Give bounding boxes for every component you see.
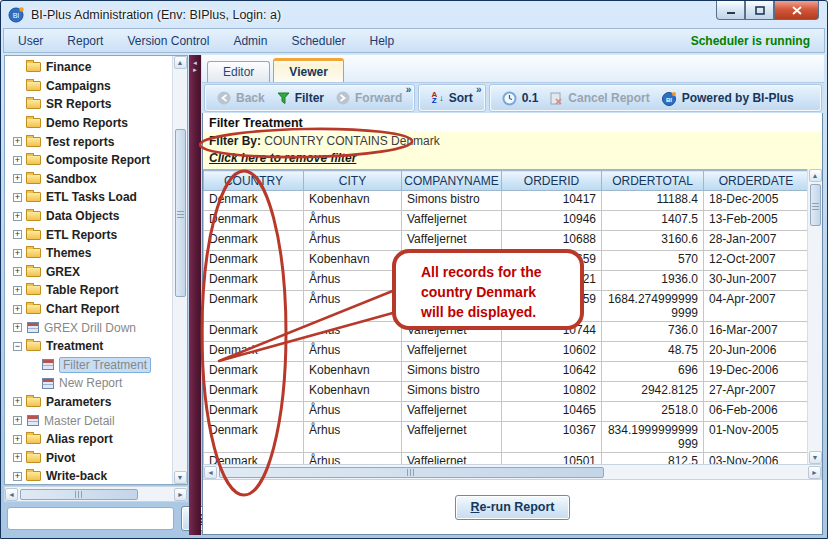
table-row[interactable]: DenmarkKobenhavnSimons bistro1041711188.…: [204, 191, 808, 211]
cancel-report-button[interactable]: Cancel Report: [550, 91, 649, 105]
tree-item-demo-reports[interactable]: Demo Reports: [5, 114, 172, 133]
scroll-down-icon[interactable]: ▼: [174, 471, 187, 484]
tree-item-master-detail[interactable]: +Master Detail: [5, 411, 172, 430]
tab-editor[interactable]: Editor: [207, 61, 270, 82]
close-button[interactable]: [774, 1, 819, 20]
tree-item-etl-tasks-load[interactable]: +ETL Tasks Load: [5, 188, 172, 207]
table-scroll-thumb[interactable]: [810, 184, 821, 226]
expand-icon[interactable]: +: [13, 472, 22, 481]
table-vertical-scrollbar[interactable]: ▲ ▼: [807, 169, 822, 464]
expand-icon[interactable]: +: [13, 435, 22, 444]
expand-icon[interactable]: +: [13, 286, 22, 295]
tree-item-treatment[interactable]: −Treatment: [5, 337, 172, 356]
expand-icon[interactable]: +: [13, 397, 22, 406]
filter-button[interactable]: Filter: [277, 91, 324, 105]
maximize-button[interactable]: [745, 1, 774, 20]
expand-icon[interactable]: +: [13, 416, 22, 425]
scroll-left-icon[interactable]: ◄: [5, 488, 18, 501]
table-row[interactable]: DenmarkKobenhavnSimons bistro108022942.8…: [204, 382, 808, 402]
table-hscroll-thumb[interactable]: [219, 467, 604, 478]
search-input[interactable]: [7, 507, 174, 530]
table-row[interactable]: DenmarkÅrhusVaffeljernet106883160.628-Ja…: [204, 231, 808, 251]
table-row[interactable]: DenmarkÅrhusVaffeljernet1060248.7520-Jun…: [204, 342, 808, 362]
tree-item-sandbox[interactable]: +Sandbox: [5, 170, 172, 189]
column-header-city[interactable]: CITY: [304, 171, 402, 191]
expand-icon[interactable]: +: [13, 174, 22, 183]
menu-item-scheduler[interactable]: Scheduler: [291, 34, 345, 48]
expand-icon[interactable]: +: [13, 230, 22, 239]
expand-icon[interactable]: +: [13, 193, 22, 202]
tab-viewer[interactable]: Viewer: [273, 58, 343, 82]
tree-item-table-report[interactable]: +Table Report: [5, 281, 172, 300]
table-row[interactable]: DenmarkÅrhusVaffeljernet10744736.016-Mar…: [204, 322, 808, 342]
column-header-orderdate[interactable]: ORDERDATE: [704, 171, 808, 191]
overflow-chevron-icon[interactable]: »: [476, 84, 482, 95]
pane-splitter[interactable]: ◄►: [189, 55, 201, 535]
menu-item-report[interactable]: Report: [67, 34, 103, 48]
remove-filter-link[interactable]: Click here to remove filter: [209, 151, 356, 165]
expand-icon[interactable]: +: [13, 453, 22, 462]
cell-companyname: Simons bistro: [402, 191, 502, 211]
menu-item-version-control[interactable]: Version Control: [127, 34, 209, 48]
tree-item-chart-report[interactable]: +Chart Report: [5, 300, 172, 319]
tree-item-grex-drill-down[interactable]: +GREX Drill Down: [5, 318, 172, 337]
expand-icon[interactable]: +: [13, 156, 22, 165]
table-row[interactable]: DenmarkÅrhusVaffeljernet10367834.1999999…: [204, 422, 808, 453]
scroll-down-icon[interactable]: ▼: [809, 451, 822, 464]
tree-horizontal-scrollbar[interactable]: ◄ ►: [4, 486, 188, 502]
tree-item-filter-treatment[interactable]: Filter Treatment: [5, 356, 172, 375]
tree-item-test-reports[interactable]: +Test reports: [5, 132, 172, 151]
table-row[interactable]: DenmarkÅrhusVaffeljernet10501812.503-Nov…: [204, 453, 808, 465]
expand-icon[interactable]: +: [13, 212, 22, 221]
column-header-companyname[interactable]: COMPANYNAME: [402, 171, 502, 191]
tree-scroll-thumb[interactable]: [175, 129, 186, 297]
expand-icon[interactable]: +: [13, 305, 22, 314]
tree-item-finance[interactable]: Finance: [5, 58, 172, 77]
tree-hscroll-thumb[interactable]: [20, 489, 138, 500]
tree-item-alias-report[interactable]: +Alias report: [5, 430, 172, 449]
forward-button[interactable]: Forward: [336, 91, 402, 105]
tree-item-themes[interactable]: +Themes: [5, 244, 172, 263]
rerun-report-button[interactable]: Re-run Report: [455, 495, 569, 520]
column-header-orderid[interactable]: ORDERID: [502, 171, 602, 191]
minimize-button[interactable]: [716, 1, 745, 20]
expand-icon[interactable]: +: [13, 267, 22, 276]
splitter-collapse-icon[interactable]: ◄►: [189, 60, 201, 74]
tree-item-grex[interactable]: +GREX: [5, 263, 172, 282]
table-row[interactable]: DenmarkÅrhusVaffeljernet104652518.006-Fe…: [204, 402, 808, 422]
tree-item-etl-reports[interactable]: +ETL Reports: [5, 225, 172, 244]
table-row[interactable]: DenmarkÅrhusVaffeljernet109211936.030-Ju…: [204, 271, 808, 291]
expand-icon[interactable]: +: [13, 137, 22, 146]
collapse-icon[interactable]: −: [13, 342, 22, 351]
expand-icon[interactable]: +: [13, 323, 22, 332]
table-row[interactable]: DenmarkKobenhavnSimons bistro1064269619-…: [204, 362, 808, 382]
tree-item-sr-reports[interactable]: SR Reports: [5, 95, 172, 114]
table-row[interactable]: DenmarkÅrhusVaffeljernet109461407.513-Fe…: [204, 211, 808, 231]
sort-button[interactable]: AZ ↓ Sort: [431, 91, 472, 105]
table-row[interactable]: DenmarkKobenhavnSimons bistro1065957012-…: [204, 251, 808, 271]
tree-item-pivot[interactable]: +Pivot: [5, 448, 172, 467]
menu-item-user[interactable]: User: [18, 34, 43, 48]
scroll-right-icon[interactable]: ►: [808, 466, 821, 479]
overflow-chevron-icon[interactable]: »: [406, 84, 412, 95]
scroll-left-icon[interactable]: ◄: [204, 466, 217, 479]
back-button[interactable]: Back: [217, 91, 265, 105]
table-row[interactable]: DenmarkÅrhusVaffeljernet108591684.274999…: [204, 291, 808, 322]
tree-item-new-report[interactable]: New Report: [5, 374, 172, 393]
cell-companyname: Vaffeljernet: [402, 231, 502, 251]
tree-item-parameters[interactable]: +Parameters: [5, 393, 172, 412]
tree-item-write-back[interactable]: +Write-back: [5, 467, 172, 484]
scroll-up-icon[interactable]: ▲: [174, 56, 187, 69]
menu-item-help[interactable]: Help: [369, 34, 394, 48]
tree-item-campaigns[interactable]: Campaigns: [5, 77, 172, 96]
table-horizontal-scrollbar[interactable]: ◄ ►: [203, 464, 822, 480]
scroll-up-icon[interactable]: ▲: [809, 169, 822, 182]
column-header-country[interactable]: COUNTRY: [204, 171, 304, 191]
column-header-ordertotal[interactable]: ORDERTOTAL: [602, 171, 704, 191]
tree-item-composite-report[interactable]: +Composite Report: [5, 151, 172, 170]
tree-vertical-scrollbar[interactable]: ▲ ▼: [172, 56, 187, 484]
expand-icon[interactable]: +: [13, 249, 22, 258]
scroll-right-icon[interactable]: ►: [174, 488, 187, 501]
menu-item-admin[interactable]: Admin: [233, 34, 267, 48]
tree-item-data-objects[interactable]: +Data Objects: [5, 207, 172, 226]
